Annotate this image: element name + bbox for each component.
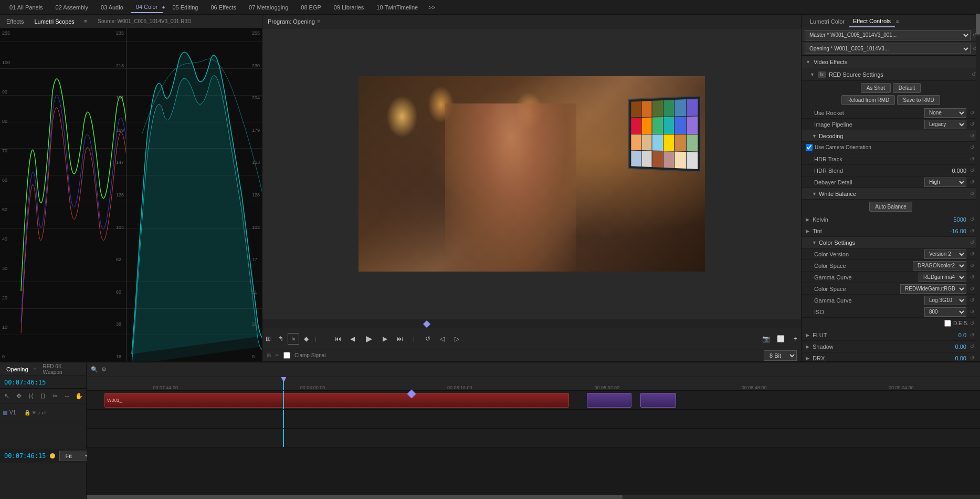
right-scrollbar[interactable] bbox=[976, 14, 980, 360]
drx-reset[interactable]: ↺ bbox=[968, 355, 976, 362]
default-button[interactable]: Default bbox=[893, 83, 921, 93]
gamma-curve2-reset[interactable]: ↺ bbox=[968, 297, 976, 304]
effects-tab[interactable]: Effects bbox=[4, 17, 26, 26]
speaker-icon[interactable]: ♪ bbox=[38, 410, 40, 415]
nav-assembly[interactable]: 02 Assembly bbox=[50, 2, 93, 13]
camera-button[interactable]: 📷 bbox=[760, 333, 772, 345]
auto-balance-button[interactable]: Auto Balance bbox=[869, 202, 912, 212]
reload-rmd-button[interactable]: Reload from RMD bbox=[841, 95, 895, 105]
image-pipeline-selector[interactable]: Legacy bbox=[924, 120, 966, 129]
red-source-header[interactable]: ▼ fx RED Source Settings ↺ bbox=[802, 68, 980, 81]
hdr-blend-reset[interactable]: ↺ bbox=[968, 167, 976, 174]
grid-icon[interactable]: ⊞ bbox=[267, 352, 271, 358]
deb-reset[interactable]: ↺ bbox=[968, 320, 976, 327]
gamma-curve-selector[interactable]: REDgamma4 bbox=[919, 273, 966, 282]
insert-button[interactable]: ↰ bbox=[275, 333, 287, 345]
nav-all-panels[interactable]: 01 All Panels bbox=[4, 2, 48, 13]
decoding-reset[interactable]: ↺ bbox=[968, 132, 976, 140]
tint-reset[interactable]: ↺ bbox=[968, 227, 976, 235]
debayer-reset[interactable]: ↺ bbox=[968, 179, 976, 186]
gamma-curve-reset[interactable]: ↺ bbox=[968, 274, 976, 281]
diamond-button[interactable]: ◆ bbox=[300, 333, 312, 345]
decoding-header[interactable]: ▼ Decoding ↺ bbox=[802, 130, 980, 142]
nav-editing[interactable]: 05 Editing bbox=[167, 2, 203, 13]
next-frame-button[interactable]: ▶ bbox=[380, 333, 391, 345]
out-point-button[interactable]: ▷ bbox=[451, 333, 463, 345]
nav-egp[interactable]: 08 EGP bbox=[296, 2, 326, 13]
color-space2-selector[interactable]: REDWideGamutRGB bbox=[900, 284, 966, 294]
camera-orientation-reset[interactable]: ↺ bbox=[968, 144, 976, 151]
fx-button[interactable]: fx bbox=[288, 333, 299, 345]
white-balance-reset[interactable]: ↺ bbox=[968, 190, 976, 197]
nav-libraries[interactable]: 09 Libraries bbox=[329, 2, 369, 13]
use-rocket-selector[interactable]: None bbox=[924, 108, 966, 118]
eye-icon[interactable]: 👁 bbox=[31, 410, 37, 415]
lumetri-scopes-tab[interactable]: Lumetri Scopes bbox=[32, 17, 76, 26]
save-rmd-button[interactable]: Save to RMD bbox=[897, 95, 940, 105]
effect-controls-menu[interactable]: ≡ bbox=[896, 18, 899, 24]
nav-audio[interactable]: 03 Audio bbox=[96, 2, 129, 13]
tl-tab-menu[interactable]: ≡ bbox=[34, 366, 37, 372]
fullscreen-button[interactable]: ⬜ bbox=[775, 333, 786, 345]
nav-twintimeline[interactable]: 10 TwinTimeline bbox=[371, 2, 423, 13]
clip-purple-2[interactable] bbox=[640, 393, 676, 408]
step-back-button[interactable]: ⏮ bbox=[332, 333, 344, 345]
timeline-scrollbar[interactable] bbox=[87, 495, 980, 499]
flut-reset[interactable]: ↺ bbox=[968, 331, 976, 339]
hdr-track-reset[interactable]: ↺ bbox=[968, 155, 976, 163]
color-space-reset[interactable]: ↺ bbox=[968, 262, 976, 269]
tool-roll[interactable]: ⟨⟩ bbox=[38, 391, 48, 401]
color-version-reset[interactable]: ↺ bbox=[968, 251, 976, 258]
as-shot-button[interactable]: As Shot bbox=[861, 83, 891, 93]
color-space-selector[interactable]: DRAGONcolor2 bbox=[913, 261, 966, 271]
master-clip-selector[interactable]: Master * W001_C005_1014V3_001... bbox=[805, 30, 971, 40]
scissors-icon[interactable]: ✂ bbox=[275, 352, 279, 358]
iso-reset[interactable]: ↺ bbox=[968, 308, 976, 316]
shadow-reset[interactable]: ↺ bbox=[968, 343, 976, 350]
color-space2-reset[interactable]: ↺ bbox=[968, 285, 976, 293]
tool-move[interactable]: ✥ bbox=[14, 391, 24, 401]
zoom-in-icon[interactable]: 🔍 bbox=[91, 366, 98, 373]
lock-icon[interactable]: 🔒 bbox=[24, 410, 30, 415]
clip-w001[interactable]: W001_ bbox=[104, 393, 569, 408]
nav-effects[interactable]: 06 Effects bbox=[205, 2, 241, 13]
timeline-scrollbar-thumb[interactable] bbox=[87, 495, 623, 499]
clamp-signal-checkbox[interactable] bbox=[283, 352, 290, 359]
iso-selector[interactable]: 800 bbox=[924, 307, 966, 317]
tool-ripple[interactable]: ⟩⟨ bbox=[26, 391, 36, 401]
settings-icon[interactable]: ⚙ bbox=[101, 366, 107, 373]
opening-tab[interactable]: Opening bbox=[4, 365, 30, 373]
tool-hand[interactable]: ✋ bbox=[74, 391, 84, 401]
lumetri-color-tab[interactable]: Lumetri Color bbox=[806, 16, 849, 27]
effect-controls-tab[interactable]: Effect Controls bbox=[849, 16, 895, 27]
white-balance-header[interactable]: ▼ White Balance ↺ bbox=[802, 188, 980, 200]
color-settings-reset[interactable]: ↺ bbox=[968, 239, 976, 246]
nav-more[interactable]: >> bbox=[425, 2, 438, 13]
preview-menu-icon[interactable]: ≡ bbox=[317, 18, 320, 25]
camera-orientation-checkbox[interactable] bbox=[806, 144, 813, 151]
play-button[interactable]: ▶ bbox=[362, 331, 376, 346]
tool-slip[interactable]: ↔ bbox=[62, 391, 72, 401]
step-forward-button[interactable]: ⏭ bbox=[394, 333, 406, 345]
video-effects-header[interactable]: ▼ Video Effects bbox=[802, 56, 980, 68]
opening-clip-selector[interactable]: Opening * W001_C005_1014V3... bbox=[805, 44, 971, 54]
use-rocket-reset[interactable]: ↺ bbox=[968, 109, 976, 117]
add-marker-button[interactable]: ⊞ bbox=[262, 333, 274, 345]
debayer-selector[interactable]: High Full Res Half Res bbox=[924, 178, 966, 187]
deb-checkbox[interactable] bbox=[944, 320, 951, 327]
add-button[interactable]: + bbox=[789, 333, 801, 345]
color-settings-header[interactable]: ▼ Color Settings ↺ bbox=[802, 237, 980, 248]
tool-select[interactable]: ↖ bbox=[2, 391, 12, 401]
gamma-curve2-selector[interactable]: Log 3G10 bbox=[924, 296, 966, 305]
prev-frame-button[interactable]: ◀ bbox=[347, 333, 359, 345]
clip-purple-1[interactable] bbox=[587, 393, 631, 408]
in-point-button[interactable]: ◁ bbox=[437, 333, 448, 345]
scrollbar-thumb[interactable] bbox=[976, 14, 980, 35]
image-pipeline-reset[interactable]: ↺ bbox=[968, 121, 976, 128]
color-version-selector[interactable]: Version 2 bbox=[924, 250, 966, 259]
bit-depth-selector[interactable]: 8 Bit 16 Bit bbox=[764, 350, 797, 361]
tool-razor[interactable]: ✂ bbox=[50, 391, 60, 401]
kelvin-reset[interactable]: ↺ bbox=[968, 216, 976, 223]
preview-timeline-ruler[interactable] bbox=[262, 319, 801, 328]
scopes-menu-icon[interactable]: ≡ bbox=[84, 18, 87, 25]
